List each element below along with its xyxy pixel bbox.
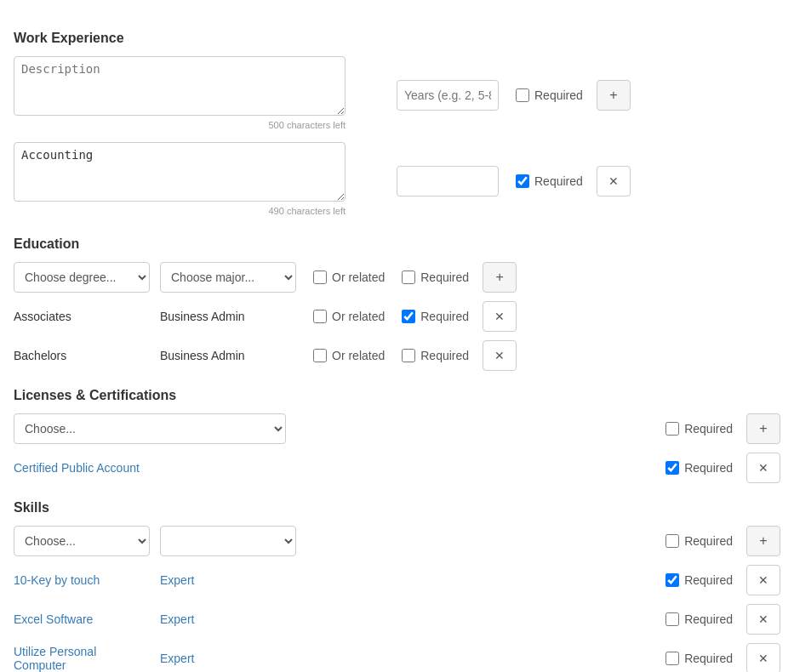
remove-license-1-button[interactable]: ✕ bbox=[746, 453, 780, 483]
or-related-label-1[interactable]: Or related bbox=[313, 310, 385, 323]
remove-skill-2-button[interactable]: ✕ bbox=[746, 604, 780, 635]
years-input-1[interactable] bbox=[397, 80, 499, 111]
required-label-skill-1[interactable]: Required bbox=[665, 573, 733, 587]
license-row-1: Certified Public Account Required ✕ bbox=[14, 453, 780, 483]
required-label-skill-2[interactable]: Required bbox=[665, 612, 733, 626]
skills-new-row: Choose... Required + bbox=[14, 526, 780, 556]
required-checkbox-skill-new[interactable] bbox=[665, 534, 679, 548]
major-1: Business Admin bbox=[160, 310, 296, 323]
required-label-1[interactable]: Required bbox=[516, 88, 583, 102]
licenses-section: Licenses & Certifications Choose... Requ… bbox=[14, 388, 780, 483]
add-skill-button[interactable]: + bbox=[746, 526, 780, 556]
major-select[interactable]: Choose major... bbox=[160, 262, 296, 293]
required-label-skill-3[interactable]: Required bbox=[665, 652, 733, 665]
work-experience-row-2: Accounting 490 characters left 3-5 Requi… bbox=[14, 142, 780, 219]
required-label-skill-new[interactable]: Required bbox=[665, 534, 733, 548]
description-textarea-2[interactable]: Accounting bbox=[14, 142, 346, 202]
license-name-1[interactable]: Certified Public Account bbox=[14, 461, 140, 475]
skills-section: Skills Choose... Required + 10-Key by to… bbox=[14, 500, 780, 672]
required-checkbox-lic-new[interactable] bbox=[665, 422, 679, 436]
required-checkbox-2[interactable] bbox=[516, 174, 529, 188]
degree-select[interactable]: Choose degree... bbox=[14, 262, 150, 293]
required-checkbox-edu-1[interactable] bbox=[402, 310, 415, 323]
add-work-exp-button[interactable]: + bbox=[597, 80, 631, 111]
degree-1: Associates bbox=[14, 310, 150, 323]
or-related-checkbox-2[interactable] bbox=[313, 349, 327, 362]
or-related-label-new[interactable]: Or related bbox=[313, 271, 385, 284]
required-label-2[interactable]: Required bbox=[516, 174, 583, 188]
remove-education-2-button[interactable]: ✕ bbox=[483, 340, 517, 371]
work-experience-title: Work Experience bbox=[14, 31, 780, 46]
licenses-new-row: Choose... Required + bbox=[14, 413, 780, 444]
remove-skill-1-button[interactable]: ✕ bbox=[746, 565, 780, 595]
required-checkbox-1[interactable] bbox=[516, 88, 529, 102]
skill-row-1: 10-Key by touch Expert Required ✕ bbox=[14, 565, 780, 595]
degree-2: Bachelors bbox=[14, 349, 150, 362]
education-title: Education bbox=[14, 236, 780, 252]
work-experience-section: Work Experience 500 characters left Requ… bbox=[14, 31, 780, 219]
skill-level-1: Expert bbox=[160, 573, 296, 587]
or-related-checkbox-1[interactable] bbox=[313, 310, 327, 323]
skills-title: Skills bbox=[14, 500, 780, 515]
remove-work-exp-2-button[interactable]: ✕ bbox=[597, 166, 631, 196]
education-new-row: Choose degree... Choose major... Or rela… bbox=[14, 262, 780, 293]
skill-level-2: Expert bbox=[160, 612, 296, 626]
char-count-1: 500 characters left bbox=[14, 120, 346, 130]
or-related-label-2[interactable]: Or related bbox=[313, 349, 385, 362]
major-2: Business Admin bbox=[160, 349, 296, 362]
skill-name-3[interactable]: Utilize Personal Computer bbox=[14, 645, 150, 672]
remove-skill-3-button[interactable]: ✕ bbox=[746, 643, 780, 672]
required-checkbox-edu-new[interactable] bbox=[402, 271, 415, 284]
skill-select[interactable]: Choose... bbox=[14, 526, 150, 556]
skill-name-2[interactable]: Excel Software bbox=[14, 612, 150, 626]
skill-level-select[interactable] bbox=[160, 526, 296, 556]
licenses-title: Licenses & Certifications bbox=[14, 388, 780, 403]
education-section: Education Choose degree... Choose major.… bbox=[14, 236, 780, 371]
required-checkbox-skill-2[interactable] bbox=[665, 612, 679, 626]
skill-name-1[interactable]: 10-Key by touch bbox=[14, 573, 150, 587]
required-label-edu-new[interactable]: Required bbox=[402, 271, 469, 284]
add-license-button[interactable]: + bbox=[746, 413, 780, 444]
required-checkbox-edu-2[interactable] bbox=[402, 349, 415, 362]
or-related-checkbox-new[interactable] bbox=[313, 271, 327, 284]
remove-education-1-button[interactable]: ✕ bbox=[483, 301, 517, 332]
required-label-lic-1[interactable]: Required bbox=[665, 461, 733, 475]
years-input-2[interactable]: 3-5 bbox=[397, 166, 499, 196]
required-label-lic-new[interactable]: Required bbox=[665, 422, 733, 436]
license-select[interactable]: Choose... bbox=[14, 413, 286, 444]
skill-row-2: Excel Software Expert Required ✕ bbox=[14, 604, 780, 635]
required-label-edu-2[interactable]: Required bbox=[402, 349, 469, 362]
work-experience-row-1: 500 characters left Required + bbox=[14, 56, 780, 134]
education-row-2: Bachelors Business Admin Or related Requ… bbox=[14, 340, 780, 371]
skill-row-3: Utilize Personal Computer Expert Require… bbox=[14, 643, 780, 672]
required-checkbox-lic-1[interactable] bbox=[665, 461, 679, 475]
required-label-edu-1[interactable]: Required bbox=[402, 310, 469, 323]
required-checkbox-skill-3[interactable] bbox=[665, 652, 679, 665]
description-textarea-1[interactable] bbox=[14, 56, 346, 116]
char-count-2: 490 characters left bbox=[14, 206, 346, 216]
education-row-1: Associates Business Admin Or related Req… bbox=[14, 301, 780, 332]
required-checkbox-skill-1[interactable] bbox=[665, 573, 679, 587]
skill-level-3: Expert bbox=[160, 652, 296, 665]
add-education-button[interactable]: + bbox=[483, 262, 517, 293]
